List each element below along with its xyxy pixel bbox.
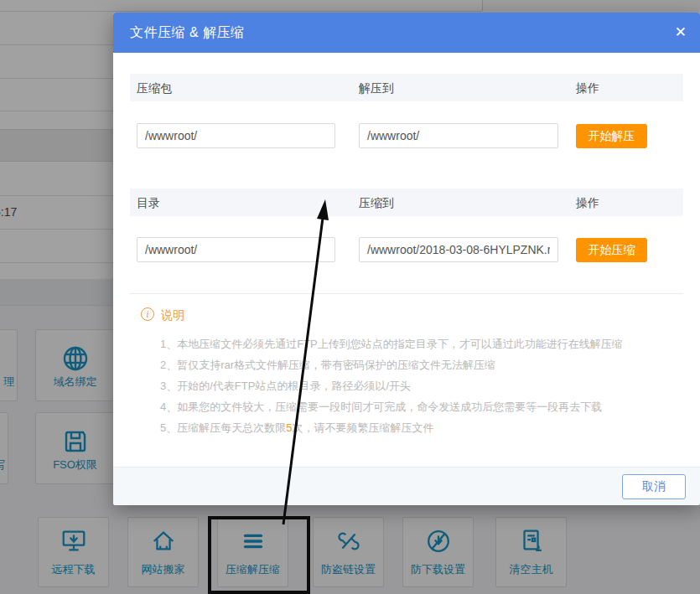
note-item: 1、本地压缩文件必须先通过FTP上传到您站点的指定目录下，才可以通过此功能进行在… [160, 333, 675, 354]
dialog-footer: 取消 [113, 467, 700, 505]
compress-dir-input[interactable] [137, 237, 335, 262]
close-icon[interactable]: ✕ [675, 23, 687, 42]
note-text: 次，请不要频繁压缩解压文件 [292, 421, 433, 434]
note-item: 5、压缩解压每天总次数限5次，请不要频繁压缩解压文件 [160, 417, 675, 438]
notes-list: 1、本地压缩文件必须先通过FTP上传到您站点的指定目录下，才可以通过此功能进行在… [160, 333, 675, 438]
info-circle-icon: i [141, 307, 154, 321]
start-decompress-button[interactable]: 开始解压 [576, 124, 647, 148]
column-label-extract-to: 解压到 [359, 81, 394, 96]
cancel-button[interactable]: 取消 [622, 474, 686, 499]
compress-target-input[interactable] [359, 237, 558, 262]
column-label-action: 操作 [576, 81, 599, 96]
extract-target-input[interactable] [359, 123, 558, 148]
column-label-archive: 压缩包 [137, 81, 172, 96]
note-text: 5、压缩解压每天总次数限 [160, 421, 286, 434]
dialog-header: 文件压缩 & 解压缩 ✕ [113, 13, 700, 53]
dialog-title: 文件压缩 & 解压缩 [130, 24, 245, 42]
app-screen: 6:17 理 域名绑定 写 [0, 0, 700, 594]
notes-title: 说明 [161, 308, 184, 323]
decompress-header-row: 压缩包 解压到 操作 [130, 74, 683, 101]
start-compress-button[interactable]: 开始压缩 [576, 238, 647, 262]
note-item: 3、开始的/代表FTP站点的根目录，路径必须以/开头 [160, 375, 675, 396]
column-label-directory: 目录 [137, 196, 160, 211]
archive-path-input[interactable] [137, 123, 335, 148]
column-label-action: 操作 [576, 196, 599, 211]
compress-header-row: 目录 压缩到 操作 [130, 189, 683, 216]
column-label-compress-to: 压缩到 [359, 196, 394, 211]
section-divider [130, 293, 683, 294]
note-item: 2、暂仅支持rar格式文件解压缩，带有密码保护的压缩文件无法解压缩 [160, 354, 675, 375]
note-item: 4、如果您的文件较大，压缩需要一段时间才可完成，命令发送成功后您需要等一段再去下… [160, 396, 675, 417]
compression-dialog: 文件压缩 & 解压缩 ✕ 压缩包 解压到 操作 开始解压 目录 压缩到 操作 开… [113, 13, 700, 505]
annotation-highlight-box [208, 516, 310, 594]
